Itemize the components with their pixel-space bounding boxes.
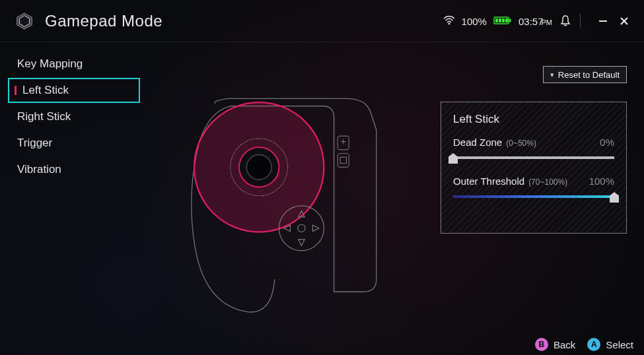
status-bar: 100% 03:57PM: [443, 14, 629, 29]
notification-icon[interactable]: [559, 14, 572, 29]
deadzone-range-hint: (0~50%): [506, 139, 536, 148]
svg-rect-11: [338, 154, 349, 168]
svg-rect-6: [502, 18, 505, 22]
svg-rect-9: [599, 20, 607, 22]
reset-to-default-button[interactable]: ▾ Reset to Default: [543, 66, 627, 83]
svg-point-16: [246, 154, 271, 179]
sidebar-item-label: Trigger: [17, 137, 52, 150]
sidebar-item-label: Left Stick: [22, 84, 69, 97]
slider-thumb[interactable]: [610, 192, 619, 203]
sidebar-item-key-mapping[interactable]: Key Mapping: [8, 51, 140, 77]
button-a-icon: A: [587, 338, 600, 351]
deadzone-slider[interactable]: [453, 152, 614, 164]
clock-time: 03:57PM: [519, 16, 552, 27]
outer-threshold-slider[interactable]: [453, 191, 614, 203]
sidebar-item-label: Key Mapping: [17, 57, 83, 71]
sidebar-item-right-stick[interactable]: Right Stick: [8, 104, 140, 129]
wifi-icon: [443, 16, 455, 27]
sidebar-item-trigger[interactable]: Trigger: [8, 131, 140, 156]
svg-rect-4: [495, 18, 498, 22]
deadzone-value: 0%: [600, 137, 614, 148]
sidebar: Key Mapping Left Stick Right Stick Trigg…: [8, 51, 140, 182]
panel-title: Left Stick: [453, 113, 614, 126]
controller-illustration: [172, 92, 396, 317]
reset-button-label: Reset to Default: [558, 70, 620, 80]
slider-track: [453, 195, 614, 198]
battery-icon: [493, 16, 512, 27]
header: Gamepad Mode 100% 03:57PM: [0, 0, 644, 42]
footer-hints: B Back A Select: [535, 338, 633, 351]
minimize-button[interactable]: [598, 16, 608, 26]
slider-track: [453, 156, 614, 159]
outer-threshold-range-hint: (70~100%): [528, 178, 567, 187]
sidebar-item-label: Right Stick: [17, 110, 71, 123]
svg-rect-5: [499, 18, 501, 22]
outer-threshold-row: Outer Threshold (70~100%) 100%: [453, 176, 614, 203]
page-title: Gamepad Mode: [45, 12, 162, 30]
svg-point-18: [298, 224, 305, 232]
header-divider: [0, 42, 644, 42]
clock-time-suffix: PM: [542, 18, 553, 26]
deadzone-row: Dead Zone (0~50%) 0%: [453, 137, 614, 164]
battery-percent: 100%: [462, 16, 487, 27]
hint-select: A Select: [587, 338, 633, 351]
svg-point-2: [448, 22, 450, 24]
close-button[interactable]: [619, 16, 629, 26]
button-b-icon: B: [535, 338, 548, 351]
app-logo-icon: [15, 11, 34, 31]
svg-rect-12: [340, 157, 346, 163]
settings-panel: Left Stick Dead Zone (0~50%) 0% Outer Th…: [441, 102, 627, 234]
outer-threshold-label: Outer Threshold: [453, 176, 524, 187]
hint-back: B Back: [535, 338, 575, 351]
status-divider: [580, 14, 581, 28]
clock-time-value: 03:57: [519, 16, 544, 27]
hint-select-label: Select: [606, 339, 633, 350]
sidebar-item-left-stick[interactable]: Left Stick: [8, 78, 140, 103]
sidebar-item-label: Vibration: [17, 163, 61, 176]
sidebar-item-vibration[interactable]: Vibration: [8, 157, 140, 182]
slider-thumb[interactable]: [448, 153, 458, 164]
hint-back-label: Back: [554, 339, 575, 350]
svg-rect-7: [505, 18, 508, 22]
outer-threshold-value: 100%: [589, 176, 614, 187]
chevron-left-icon: ▾: [550, 71, 554, 79]
svg-rect-8: [509, 18, 511, 22]
deadzone-label: Dead Zone: [453, 137, 502, 148]
